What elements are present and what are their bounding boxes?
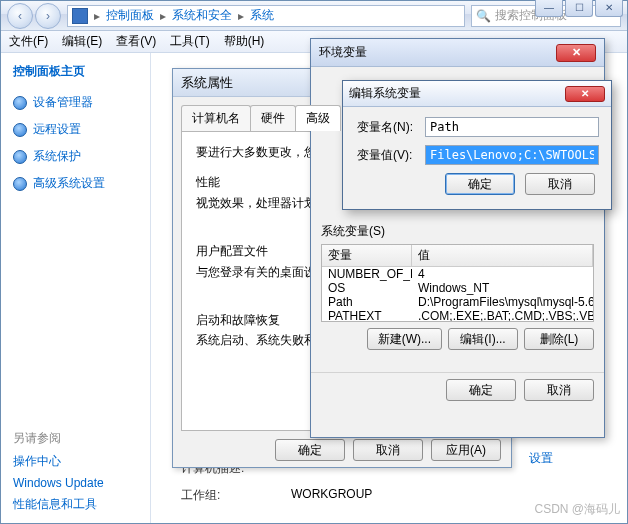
search-icon: 🔍 (476, 9, 491, 23)
var-name-input[interactable] (425, 117, 599, 137)
cancel-button[interactable]: 取消 (353, 439, 423, 461)
dialog-title: 环境变量 ✕ (311, 39, 604, 67)
watermark: CSDN @海码儿 (534, 501, 620, 518)
breadcrumb-sep: ▸ (94, 9, 100, 23)
var-value-input[interactable] (425, 145, 599, 165)
cell-val: Windows_NT (412, 281, 593, 295)
table-row[interactable]: PATHEXT.COM;.EXE;.BAT;.CMD;.VBS;.VBE; (322, 309, 593, 322)
sidebar-item-device-manager[interactable]: 设备管理器 (13, 94, 142, 111)
menu-edit[interactable]: 编辑(E) (62, 33, 102, 50)
cell-val: 4 (412, 267, 593, 281)
bullet-icon (13, 123, 27, 137)
breadcrumb-system[interactable]: 系统 (250, 7, 274, 24)
footer-windows-update[interactable]: Windows Update (13, 476, 142, 490)
dialog-title: 编辑系统变量 ✕ (343, 81, 611, 107)
var-name-label: 变量名(N): (357, 119, 419, 136)
table-row[interactable]: OSWindows_NT (322, 281, 593, 295)
titlebar: ‹ › ▸ 控制面板 ▸ 系统和安全 ▸ 系统 🔍 搜索控制面板 (1, 1, 627, 31)
cell-var: OS (322, 281, 412, 295)
sidebar-item-label[interactable]: 系统保护 (33, 148, 81, 165)
bullet-icon (13, 96, 27, 110)
new-button[interactable]: 新建(W)... (367, 328, 442, 350)
system-vars-table[interactable]: 变量 值 NUMBER_OF_PR...4 OSWindows_NT PathD… (321, 244, 594, 322)
sidebar-item-advanced[interactable]: 高级系统设置 (13, 175, 142, 192)
footer-action-center[interactable]: 操作中心 (13, 453, 142, 470)
col-value[interactable]: 值 (412, 245, 593, 266)
ok-button[interactable]: 确定 (275, 439, 345, 461)
table-header: 变量 值 (322, 245, 593, 267)
edit-system-variable-dialog: 编辑系统变量 ✕ 变量名(N): 变量值(V): 确定 取消 (342, 80, 612, 210)
change-settings-link[interactable]: 设置 (529, 450, 553, 467)
see-also-heading: 另请参阅 (13, 430, 142, 447)
menu-help[interactable]: 帮助(H) (224, 33, 265, 50)
breadcrumb-system-security[interactable]: 系统和安全 (172, 7, 232, 24)
workgroup-value: WORKGROUP (291, 487, 372, 504)
edit-button[interactable]: 编辑(I)... (448, 328, 518, 350)
env-title-text: 环境变量 (319, 44, 367, 61)
close-icon[interactable]: ✕ (565, 86, 605, 102)
breadcrumb-control-panel[interactable]: 控制面板 (106, 7, 154, 24)
address-bar[interactable]: ▸ 控制面板 ▸ 系统和安全 ▸ 系统 (67, 5, 465, 27)
workgroup-label: 工作组: (181, 487, 271, 504)
breadcrumb-sep: ▸ (160, 9, 166, 23)
window-controls: — ☐ ✕ (535, 0, 623, 17)
breadcrumb-sep: ▸ (238, 9, 244, 23)
sidebar-item-label[interactable]: 设备管理器 (33, 94, 93, 111)
cancel-button[interactable]: 取消 (525, 173, 595, 195)
cell-var: NUMBER_OF_PR... (322, 267, 412, 281)
table-row[interactable]: NUMBER_OF_PR...4 (322, 267, 593, 281)
minimize-button[interactable]: — (535, 0, 563, 17)
close-icon[interactable]: ✕ (556, 44, 596, 62)
ok-button[interactable]: 确定 (446, 379, 516, 401)
footer-performance[interactable]: 性能信息和工具 (13, 496, 142, 513)
sidebar-home[interactable]: 控制面板主页 (13, 63, 142, 80)
tab-computer-name[interactable]: 计算机名 (181, 105, 251, 131)
menu-view[interactable]: 查看(V) (116, 33, 156, 50)
col-variable[interactable]: 变量 (322, 245, 412, 266)
tab-advanced[interactable]: 高级 (295, 105, 341, 131)
forward-button[interactable]: › (35, 3, 61, 29)
table-row[interactable]: PathD:\ProgramFiles\mysql\mysql-5.6... (322, 295, 593, 309)
cell-val: D:\ProgramFiles\mysql\mysql-5.6... (412, 295, 593, 309)
ok-button[interactable]: 确定 (445, 173, 515, 195)
sidebar-item-protection[interactable]: 系统保护 (13, 148, 142, 165)
cancel-button[interactable]: 取消 (524, 379, 594, 401)
edit-title-text: 编辑系统变量 (349, 85, 421, 102)
sidebar-item-label[interactable]: 高级系统设置 (33, 175, 105, 192)
menu-file[interactable]: 文件(F) (9, 33, 48, 50)
menu-tools[interactable]: 工具(T) (170, 33, 209, 50)
close-button[interactable]: ✕ (595, 0, 623, 17)
control-panel-icon (72, 8, 88, 24)
cell-var: Path (322, 295, 412, 309)
sidebar: 控制面板主页 设备管理器 远程设置 系统保护 高级系统设置 另请参阅 操作中心 … (1, 53, 151, 523)
sidebar-item-label[interactable]: 远程设置 (33, 121, 81, 138)
tab-hardware[interactable]: 硬件 (250, 105, 296, 131)
system-vars-label: 系统变量(S) (321, 223, 594, 240)
delete-button[interactable]: 删除(L) (524, 328, 594, 350)
cell-var: PATHEXT (322, 309, 412, 322)
apply-button[interactable]: 应用(A) (431, 439, 501, 461)
bullet-icon (13, 150, 27, 164)
back-button[interactable]: ‹ (7, 3, 33, 29)
cell-val: .COM;.EXE;.BAT;.CMD;.VBS;.VBE; (412, 309, 593, 322)
var-value-label: 变量值(V): (357, 147, 419, 164)
sidebar-item-remote[interactable]: 远程设置 (13, 121, 142, 138)
maximize-button[interactable]: ☐ (565, 0, 593, 17)
bullet-icon (13, 177, 27, 191)
